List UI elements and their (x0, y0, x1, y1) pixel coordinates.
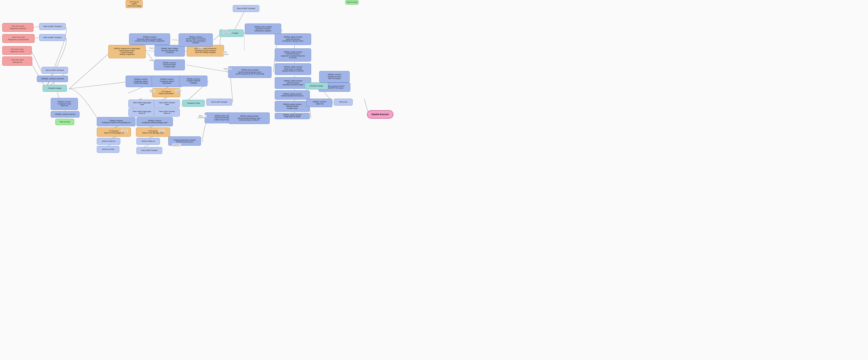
node-files-rdf-chunked-turtle[interactable]: Files to RDF ChunkedTurtle (154, 99, 180, 108)
node-sparql-update-ckan[interactable]: SPARQL update chunkedVytvořit záznamy da… (229, 113, 270, 124)
label-report-1: Report (149, 47, 155, 49)
node-files-rdf-chunked-top[interactable]: Files to RDF Chunked (233, 5, 259, 12)
node-files-to-local-1[interactable]: Files to local (55, 119, 74, 125)
node-sparql-linker-dcat-documents[interactable]: SPARQL linker chunkedVytvořit záznamy da… (228, 66, 272, 78)
node-sparql-construct-priprava-trig[interactable]: SPARQL constructPříprava na tvorbuRDF-Tr… (319, 71, 350, 83)
node-sparql-select-multiple[interactable]: SPARQL select multipleSeznamy datových s… (154, 45, 185, 57)
node-json-to-jsonld-1[interactable]: JSON to JSON-LD (97, 138, 120, 145)
label-output-1: Output (149, 59, 155, 61)
node-files-to-local-2[interactable]: Files to local (345, 0, 359, 5)
node-sparql-construct-lkod-trig[interactable]: SPARQL constructKonfigurace tvorbyLKOD T… (51, 98, 78, 110)
label-output-report-4: OutputReport (159, 129, 164, 132)
label-chunked-reference: ChunkedReference (173, 143, 181, 147)
node-files-rdf-chunked-1[interactable]: Files to RDF Chunked (39, 23, 66, 30)
node-sparql-construct-generate-queries[interactable]: SPARQL constructGenerovat dotazy na dato… (129, 33, 170, 45)
node-sparql-endpoint-chunked-list[interactable]: SPARQL endpoint chunked listHarvestace L… (187, 45, 224, 57)
node-files-rdf-chunked-2[interactable]: Files to RDF Chunked (39, 34, 66, 41)
node-sparql-construct-dcat-dataset[interactable]: SPARQL constructKonfigurace staženídcat:… (152, 76, 182, 87)
node-files-rdf-chunked-5[interactable]: Files to RDF Chunked (136, 147, 162, 154)
node-sparql-construct-package-list[interactable]: SPARQL constructKonfigurace stažení LKOD… (97, 117, 135, 126)
node-chunked-to-turtle[interactable]: Chunked to Turtle (182, 100, 205, 107)
label-reference-1: Reference (223, 32, 231, 34)
node-sparql-update-remove-eu[interactable]: SPARQL update chunkedOdstranit záznamy z… (275, 49, 311, 62)
node-sparql-construct-datum-fed[interactable]: SPARQL constructDatum fed (307, 99, 332, 107)
node-sparql-endpoint-list-single-graph[interactable]: SPARQL endpoint list to single graphVytv… (108, 45, 146, 58)
node-sparql-construct-generate-queries-2[interactable]: SPARQL constructGenerovat dotazyna datov… (154, 59, 185, 70)
node-chunked-merger-3[interactable]: Chunked merger (305, 83, 328, 89)
node-chunked-merger-1[interactable]: Chunked merger (43, 85, 67, 92)
node-sparql-construct-generate-dataset-queries[interactable]: SPARQL constructVytvořit dotazy na sezna… (179, 33, 213, 47)
node-jsonld-to-rdf[interactable]: JSON-LD to RDF (97, 146, 119, 153)
node-sparql-update-add-nkod[interactable]: SPARQL update chunkedPřidat vazbu na NKO… (275, 113, 310, 119)
label-reference-2: Reference (223, 68, 231, 69)
node-sparql-construct-chunked[interactable]: SPARQL construct chunked (37, 76, 68, 82)
label-data-2: Data (223, 51, 227, 53)
node-sparql-construct-package-show[interactable]: SPARQL constructKonfigurace stažení pack… (136, 117, 173, 126)
node-sparql-update-hasPart[interactable]: SPARQL update chunkedZpracovat záznamydc… (275, 33, 311, 45)
node-rdf-to-file[interactable]: RDF to file (334, 99, 353, 106)
node-json-to-jsonld-2[interactable]: JSON to JSON-LD (136, 138, 160, 145)
node-files-local-registrace-poskytovatelu[interactable]: Files from localRegistrace poskytovatelů (2, 34, 35, 43)
node-files-local-datagovsk[interactable]: Files from localdata.gov.sk (2, 57, 32, 66)
node-files-rdf-single-turtle[interactable]: Files to RDF single graphTurtle (128, 99, 156, 108)
label-report-2: Report (198, 47, 204, 49)
node-files-local-registrace-lkod[interactable]: Files from localRegistrace LKOD (2, 46, 32, 55)
label-output-report-3: OutputReport (122, 129, 127, 132)
label-data-reference-1: DataReference (198, 115, 207, 118)
node-sparql-linker-individual[interactable]: SPARQL linker chunkedZpracování záznamůi… (245, 24, 281, 34)
pipeline-canvas: Files from localdata.gov.sk Files from l… (0, 0, 868, 360)
label-data-1: Data (223, 30, 227, 31)
node-files-rdf-chunked-jsonld[interactable]: Files to RDF ChunkedJSON-LD (154, 108, 180, 117)
node-files-rdf-chunked-4[interactable]: Files to RDF Chunked (206, 99, 232, 106)
node-files-rdf-single-jsonld[interactable]: Files to RDF single graphJSON-LD (128, 108, 156, 117)
node-files-local-registrace-datasetu[interactable]: Files from localRegistrace datasetů (2, 23, 33, 32)
node-http-get-list-catalog[interactable]: HTTP get listStaženíLKOD dcat:Catalog (126, 0, 143, 8)
node-http-get-package-show[interactable]: HTTP get listStažení LKOD package_show (136, 127, 170, 137)
node-pipeline-executor[interactable]: Pipeline Executor (367, 110, 394, 119)
node-sparql-update-remove-keywords[interactable]: SPARQL update chunkedOdstranit prázdná k… (275, 90, 310, 99)
node-files-rdf-chunked-3[interactable]: Files to RDF Chunked (41, 67, 68, 74)
label-output-report-1: OutputReport (149, 89, 155, 92)
node-sparql-update-add-eurovoc[interactable]: SPARQL update chunkedPřidat vazbu na čís… (275, 63, 311, 75)
node-sparql-construct-propojeni[interactable]: SPARQL constructPropojení datasetůa kata… (179, 76, 208, 86)
node-sparql-update-remove-contacts[interactable]: SPARQL update chunkedOdstranit prázdnéko… (275, 101, 310, 112)
label-output-report-2: OutputReport (176, 89, 181, 92)
node-sparql-construct-file-list-local[interactable]: SPARQL construct to file list (51, 111, 80, 118)
label-output-2: Output (223, 54, 229, 55)
